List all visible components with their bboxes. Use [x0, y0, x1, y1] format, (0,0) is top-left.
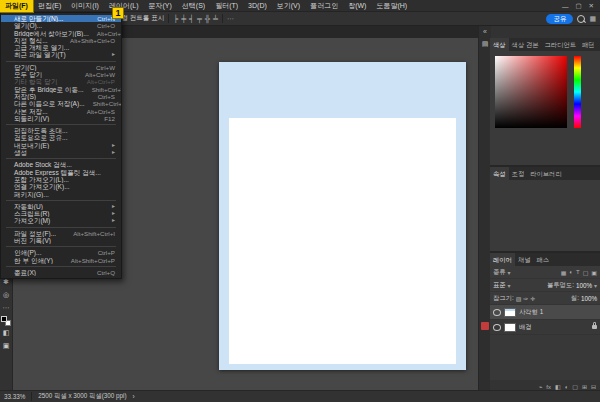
align-left-edges-icon[interactable]: ╞: [173, 15, 178, 22]
menu-3d[interactable]: 3D(D): [243, 0, 272, 12]
menu-help[interactable]: 도움말(H): [371, 0, 412, 12]
filter-adjustment-layers-icon[interactable]: ◐: [569, 269, 573, 276]
file-menu-item[interactable]: 고급 개체로 열기...: [1, 44, 121, 51]
file-menu-item[interactable]: 기타 항목 닫기 Alt+Ctrl+P: [1, 78, 121, 85]
new-adjustment-layer-icon[interactable]: ◐: [565, 384, 569, 390]
layer-visibility-eye-icon[interactable]: [493, 324, 501, 331]
file-menu-item[interactable]: 스크립트(R): [1, 210, 121, 217]
file-menu-item[interactable]: 모두 닫기 Alt+Ctrl+W: [1, 71, 121, 78]
maximize-button[interactable]: ▢: [575, 2, 581, 10]
file-menu-item[interactable]: 사본 저장... Alt+Ctrl+S: [1, 108, 121, 115]
file-menu-item[interactable]: 자동화(U): [1, 203, 121, 210]
file-menu-item[interactable]: 최근 파일 열기(T): [1, 51, 121, 58]
close-button[interactable]: ✕: [589, 2, 594, 10]
file-menu-item[interactable]: Adobe Stock 검색...: [1, 161, 121, 168]
file-menu-item[interactable]: 내보내기(E): [1, 142, 121, 149]
filter-type-layers-icon[interactable]: T: [576, 269, 580, 276]
file-menu-item[interactable]: 파일 정보(F)... Alt+Shift+Ctrl+I: [1, 230, 121, 237]
layer-visibility-eye-icon[interactable]: [493, 309, 501, 316]
screen-mode-icon[interactable]: ▣: [0, 339, 13, 352]
file-menu-item[interactable]: 연결 가져오기(K)...: [1, 183, 121, 190]
status-chevron-icon[interactable]: ›: [133, 393, 135, 400]
minimize-button[interactable]: —: [562, 3, 569, 10]
align-top-edges-icon[interactable]: ╤: [197, 15, 202, 22]
quick-mask-icon[interactable]: ◧: [0, 326, 13, 339]
menu-view[interactable]: 보기(V): [272, 0, 305, 12]
file-menu-item[interactable]: 한 부 인쇄(Y) Alt+Shift+Ctrl+P: [1, 257, 121, 264]
layer-row-background[interactable]: 배경: [490, 320, 600, 335]
layer-name[interactable]: 배경: [519, 323, 532, 332]
layer-filter-caret-icon[interactable]: ▾: [508, 269, 511, 276]
file-menu-item[interactable]: Adobe Express 템플릿 검색...: [1, 169, 121, 176]
file-menu-item[interactable]: Bridge에서 찾아보기(B)... Alt+Ctrl+O: [1, 30, 121, 37]
opacity-caret-icon[interactable]: ▾: [594, 282, 597, 289]
panel-tab[interactable]: 패턴: [579, 38, 598, 51]
menu-type[interactable]: 문자(Y): [143, 0, 176, 12]
menu-filter[interactable]: 필터(T): [210, 0, 243, 12]
edit-toolbar-icon[interactable]: ⋯: [0, 301, 13, 314]
file-menu-item[interactable]: 버전 기록(V): [1, 237, 121, 244]
zoom-tool[interactable]: ◎: [0, 288, 13, 301]
align-vertical-centers-icon[interactable]: ╬: [205, 15, 210, 22]
menu-select[interactable]: 선택(S): [177, 0, 210, 12]
link-layers-icon[interactable]: ⌁: [539, 383, 543, 390]
fill-value[interactable]: 100%: [581, 295, 597, 302]
new-group-icon[interactable]: ▢: [572, 383, 578, 390]
more-options-icon[interactable]: ⋯: [227, 15, 234, 23]
panel-tab[interactable]: 그라디언트: [542, 38, 579, 51]
file-menu-item[interactable]: 지정 형식... Alt+Shift+Ctrl+O: [1, 37, 121, 44]
file-menu-item[interactable]: 생성: [1, 149, 121, 156]
align-bottom-edges-icon[interactable]: ╧: [213, 15, 218, 22]
panel-tab[interactable]: 레이어: [490, 253, 515, 266]
panel-tab[interactable]: 색상: [490, 38, 509, 51]
file-menu-item[interactable]: 패키지(G)...: [1, 191, 121, 198]
panel-tab[interactable]: 색상 견본: [509, 38, 542, 51]
layer-name[interactable]: 사각형 1: [519, 308, 543, 317]
align-horizontal-centers-icon[interactable]: ╪: [181, 15, 186, 22]
color-swatches[interactable]: [1, 316, 11, 326]
blend-mode-select[interactable]: 표준: [493, 281, 506, 290]
file-menu-item[interactable]: 포함 가져오기(L)...: [1, 176, 121, 183]
menu-plugins[interactable]: 플러그인: [305, 0, 343, 12]
dock-icon-red[interactable]: [481, 322, 489, 330]
search-icon[interactable]: [577, 15, 585, 23]
panel-tab[interactable]: 채널: [515, 253, 534, 266]
file-menu-item[interactable]: 검토용으로 공유...: [1, 134, 121, 141]
file-menu-item[interactable]: 되돌리기(V) F12: [1, 115, 121, 122]
layer-style-icon[interactable]: fx: [546, 384, 551, 390]
file-menu-item[interactable]: 인쇄(P)... Ctrl+P: [1, 249, 121, 256]
layer-row-rectangle-1[interactable]: 사각형 1: [490, 305, 600, 320]
panel-tab[interactable]: 속성: [490, 167, 509, 180]
foreground-color-swatch[interactable]: [1, 316, 7, 322]
file-menu-item[interactable]: 다른 이름으로 저장(A)... Shift+Ctrl+S: [1, 100, 121, 107]
menu-file[interactable]: 파일(F): [0, 0, 33, 12]
menu-edit[interactable]: 편집(E): [33, 0, 66, 12]
file-menu-item[interactable]: 가져오기(M): [1, 217, 121, 224]
add-layer-mask-icon[interactable]: ◧: [555, 383, 561, 390]
delete-layer-icon[interactable]: ⊟: [591, 383, 596, 390]
color-saturation-field[interactable]: [495, 56, 567, 128]
file-menu-item[interactable]: 저장(S) Ctrl+S: [1, 93, 121, 100]
file-menu-item[interactable]: 종료(X) Ctrl+Q: [1, 269, 121, 276]
panel-tab[interactable]: 패스: [533, 253, 552, 266]
file-menu-item[interactable]: 열기(O)... Ctrl+O: [1, 22, 121, 29]
new-layer-icon[interactable]: ⊞: [582, 383, 587, 390]
file-menu-item[interactable]: 닫은 후 Bridge로 이동... Shift+Ctrl+W: [1, 86, 121, 93]
panel-tab[interactable]: 라이브러리: [527, 167, 564, 180]
file-menu-item[interactable]: 새로 만들기(N)... Ctrl+N: [1, 15, 121, 22]
blend-mode-caret-icon[interactable]: ▾: [508, 282, 511, 289]
panel-tab[interactable]: 조정: [509, 167, 528, 180]
align-right-edges-icon[interactable]: ╡: [189, 15, 194, 22]
workspace-switcher-icon[interactable]: ▦: [589, 15, 596, 23]
hue-slider[interactable]: [574, 56, 581, 128]
document-canvas[interactable]: [219, 62, 466, 370]
filter-smart-objects-icon[interactable]: ▣: [591, 269, 597, 276]
lock-paint-icon[interactable]: ✑: [523, 295, 528, 302]
menu-window[interactable]: 창(W): [343, 0, 371, 12]
filter-pixel-layers-icon[interactable]: ▦: [561, 269, 567, 276]
opacity-value[interactable]: 100%: [576, 282, 592, 289]
file-menu-item[interactable]: 편집하도록 초대...: [1, 127, 121, 134]
zoom-level-field[interactable]: 33.33%: [4, 393, 25, 400]
file-menu-item[interactable]: 닫기(C) Ctrl+W: [1, 64, 121, 71]
filter-shape-layers-icon[interactable]: ▢: [583, 269, 589, 276]
